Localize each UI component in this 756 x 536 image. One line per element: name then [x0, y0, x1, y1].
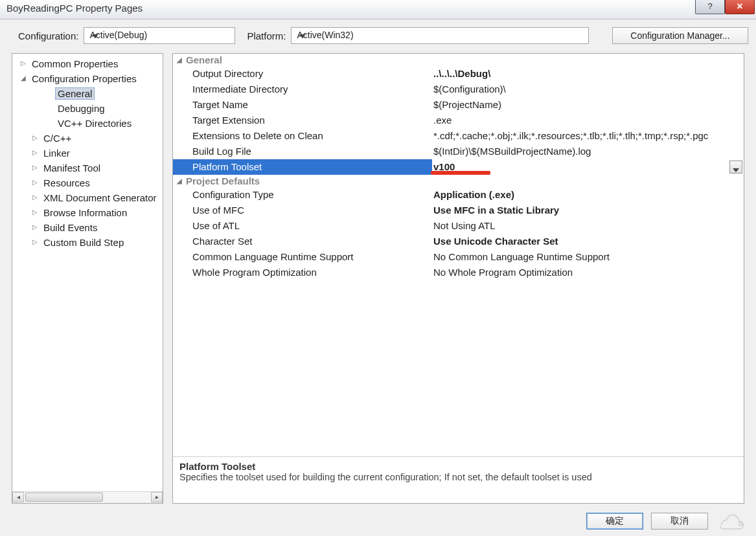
- property-row[interactable]: Intermediate Directory$(Configuration)\: [173, 82, 744, 97]
- expander-none: [45, 104, 54, 113]
- tree-item[interactable]: ▷Resources: [12, 175, 163, 190]
- tree-item[interactable]: General: [12, 86, 163, 101]
- property-name: Whole Program Optimization: [173, 265, 432, 280]
- tree-item[interactable]: ▷Browse Information: [12, 205, 163, 220]
- property-value[interactable]: No Common Language Runtime Support: [432, 249, 744, 265]
- tree-item[interactable]: ▷XML Document Generator: [12, 190, 163, 205]
- property-row[interactable]: Character SetUse Unicode Character Set: [173, 234, 744, 249]
- property-row[interactable]: Platform Toolsetv100: [173, 159, 744, 175]
- configuration-manager-button[interactable]: Configuration Manager...: [612, 27, 748, 44]
- tree-item[interactable]: ▷Linker: [12, 146, 163, 161]
- expander-closed-icon[interactable]: ▷: [30, 208, 40, 218]
- property-row[interactable]: Common Language Runtime SupportNo Common…: [173, 249, 744, 265]
- property-value[interactable]: ..\..\..\Debug\: [432, 66, 744, 82]
- tree-item[interactable]: Debugging: [12, 101, 163, 116]
- property-grid[interactable]: ◢ GeneralOutput Directory..\..\..\Debug\…: [173, 54, 744, 456]
- tree-item-label: Custom Build Step: [41, 236, 126, 249]
- close-button[interactable]: ×: [725, 0, 755, 14]
- expander-closed-icon[interactable]: ▷: [30, 164, 40, 173]
- cancel-button[interactable]: 取消: [651, 513, 708, 530]
- category-tree[interactable]: ▷Common Properties◢Configuration Propert…: [12, 54, 163, 491]
- property-value[interactable]: $(Configuration)\: [432, 82, 744, 97]
- tree-item[interactable]: ▷Custom Build Step: [12, 235, 163, 250]
- property-name: Use of MFC: [173, 203, 432, 218]
- property-value[interactable]: $(ProjectName): [432, 97, 744, 113]
- tree-item-label: Debugging: [55, 102, 108, 115]
- property-group-header[interactable]: ◢ General: [173, 54, 744, 66]
- property-value[interactable]: Use Unicode Character Set: [432, 234, 744, 249]
- property-row[interactable]: Use of MFCUse MFC in a Static Library: [173, 203, 744, 218]
- property-name: Intermediate Directory: [173, 82, 432, 97]
- property-row[interactable]: Build Log File$(IntDir)\$(MSBuildProject…: [173, 144, 744, 159]
- property-row[interactable]: Whole Program OptimizationNo Whole Progr…: [173, 265, 744, 280]
- property-name: Target Extension: [173, 113, 432, 128]
- property-value[interactable]: $(IntDir)\$(MSBuildProjectName).log: [432, 144, 744, 159]
- tree-horizontal-scrollbar[interactable]: ◂ ▸: [12, 491, 163, 503]
- tree-item-label: Linker: [41, 147, 73, 159]
- expander-open-icon: ◢: [177, 56, 186, 63]
- property-panel: ◢ GeneralOutput Directory..\..\..\Debug\…: [172, 53, 744, 504]
- title-bar: BoyReadingPC Property Pages ? ×: [0, 0, 756, 19]
- property-row[interactable]: Target Extension.exe: [173, 113, 744, 128]
- property-row[interactable]: Configuration TypeApplication (.exe): [173, 187, 744, 203]
- tree-item-label: Build Events: [41, 221, 100, 234]
- watermark-logo: [716, 511, 750, 531]
- configuration-label: Configuration:: [18, 30, 78, 41]
- configuration-combo[interactable]: Active(Debug): [84, 27, 235, 44]
- property-name: Use of ATL: [173, 218, 432, 234]
- dropdown-button[interactable]: [729, 161, 742, 173]
- expander-closed-icon[interactable]: ▷: [30, 223, 40, 232]
- description-text: Specifies the toolset used for building …: [179, 472, 737, 482]
- main-area: ▷Common Properties◢Configuration Propert…: [12, 53, 744, 504]
- scroll-thumb[interactable]: [25, 493, 103, 502]
- tree-item-label: Browse Information: [41, 207, 130, 219]
- tree-item[interactable]: ▷Common Properties: [12, 56, 163, 71]
- tree-item-label: XML Document Generator: [41, 192, 159, 204]
- property-value[interactable]: Application (.exe): [432, 187, 744, 203]
- tree-item[interactable]: ▷Manifest Tool: [12, 161, 163, 175]
- dialog-button-bar: 确定 取消: [586, 511, 750, 531]
- tree-item[interactable]: ▷C/C++: [12, 131, 163, 146]
- description-title: Platform Toolset: [179, 461, 737, 472]
- expander-none: [45, 119, 54, 128]
- expander-closed-icon[interactable]: ▷: [30, 179, 40, 188]
- window-controls: ? ×: [695, 0, 755, 14]
- platform-combo[interactable]: Active(Win32): [291, 27, 589, 44]
- expander-open-icon[interactable]: ◢: [19, 74, 28, 84]
- property-value[interactable]: *.cdf;*.cache;*.obj;*.ilk;*.resources;*.…: [432, 128, 744, 144]
- property-row[interactable]: Use of ATLNot Using ATL: [173, 218, 744, 234]
- expander-closed-icon[interactable]: ▷: [30, 134, 40, 143]
- property-value[interactable]: Not Using ATL: [432, 218, 744, 234]
- property-name: Platform Toolset: [173, 159, 432, 175]
- property-value[interactable]: .exe: [432, 113, 744, 128]
- tree-item[interactable]: ▷Build Events: [12, 220, 163, 235]
- svg-point-0: [739, 522, 742, 526]
- property-row[interactable]: Extensions to Delete on Clean*.cdf;*.cac…: [173, 128, 744, 144]
- property-value[interactable]: No Whole Program Optimization: [432, 265, 744, 280]
- scroll-right-button[interactable]: ▸: [151, 492, 163, 502]
- property-name: Configuration Type: [173, 187, 432, 203]
- tree-item-label: C/C++: [41, 132, 74, 144]
- expander-closed-icon[interactable]: ▷: [30, 238, 40, 247]
- property-row[interactable]: Target Name$(ProjectName): [173, 97, 744, 113]
- property-name: Build Log File: [173, 144, 432, 159]
- expander-closed-icon[interactable]: ▷: [19, 60, 28, 69]
- property-row[interactable]: Output Directory..\..\..\Debug\: [173, 66, 744, 82]
- expander-closed-icon[interactable]: ▷: [30, 149, 40, 158]
- configuration-value: Active(Debug): [89, 30, 147, 40]
- expander-closed-icon[interactable]: ▷: [30, 194, 40, 203]
- property-value[interactable]: Use MFC in a Static Library: [432, 203, 744, 218]
- tree-item[interactable]: VC++ Directories: [12, 116, 163, 131]
- tree-item-label: Configuration Properties: [29, 73, 139, 85]
- property-group-header[interactable]: ◢ Project Defaults: [173, 175, 744, 187]
- tree-item-label: Resources: [41, 177, 93, 189]
- description-box: Platform Toolset Specifies the toolset u…: [173, 456, 744, 503]
- tree-item[interactable]: ◢Configuration Properties: [12, 71, 163, 86]
- configuration-row: Configuration: Active(Debug) Platform: A…: [0, 19, 756, 48]
- scroll-left-button[interactable]: ◂: [12, 492, 24, 502]
- window-title: BoyReadingPC Property Pages: [6, 3, 143, 14]
- ok-button[interactable]: 确定: [586, 513, 643, 530]
- help-button[interactable]: ?: [695, 0, 725, 14]
- tree-item-label: VC++ Directories: [55, 117, 134, 129]
- platform-value: Active(Win32): [297, 30, 353, 40]
